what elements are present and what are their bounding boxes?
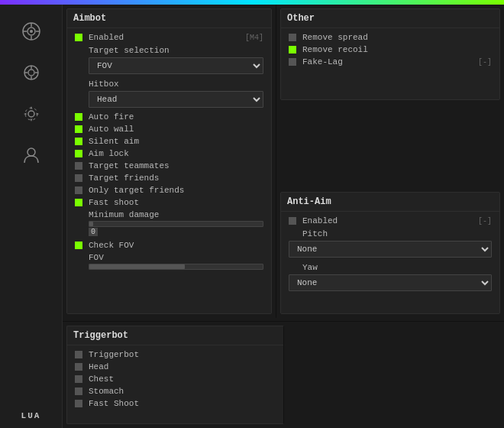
svg-point-13 [28, 111, 34, 117]
fov-track[interactable] [89, 264, 263, 270]
fake-lag-indicator [289, 58, 296, 66]
target-selection-dropdown[interactable]: FOV Distance Health [89, 57, 263, 74]
remove-spread-label: Remove spread [302, 33, 492, 42]
min-damage-container: Minimum damage 0 [89, 210, 263, 236]
triggerbot-stomach-label: Stomach [89, 387, 276, 396]
sidebar-icon-settings[interactable] [8, 95, 54, 133]
target-selection-label: Target selection [72, 44, 267, 56]
min-damage-label: Minimum damage [89, 210, 263, 219]
aimbot-enabled-label: Enabled [89, 33, 245, 42]
only-target-friends-indicator [75, 186, 82, 194]
aimbot-title: Aimbot [67, 9, 271, 28]
auto-fire-row[interactable]: Auto fire [72, 111, 267, 123]
triggerbot-label: Triggerbot [89, 350, 276, 359]
aim-lock-label: Aim lock [89, 149, 263, 158]
remove-recoil-indicator [289, 46, 296, 54]
aimbot-panel: Aimbot Enabled [M4] Target selection FOV [66, 8, 272, 314]
target-friends-row[interactable]: Target friends [72, 172, 267, 184]
aim-lock-row[interactable]: Aim lock [72, 148, 267, 160]
remove-spread-row[interactable]: Remove spread [286, 31, 495, 44]
min-damage-value: 0 [89, 228, 98, 236]
target-teammates-label: Target teammates [89, 161, 263, 170]
antiaim-enabled-row[interactable]: Enabled [-] [286, 215, 495, 227]
target-friends-label: Target friends [89, 173, 263, 183]
svg-point-14 [25, 108, 37, 120]
svg-point-8 [28, 70, 34, 76]
sidebar-icon-visuals[interactable] [8, 54, 54, 92]
bottom-right-spacer [288, 322, 504, 428]
fake-lag-label: Fake-Lag [302, 57, 478, 66]
auto-fire-label: Auto fire [89, 112, 263, 122]
triggerbot-row[interactable]: Triggerbot [72, 349, 279, 361]
fake-lag-row[interactable]: Fake-Lag [-] [286, 56, 495, 68]
fast-shoot-indicator [75, 199, 82, 206]
svg-point-6 [30, 30, 33, 33]
remove-recoil-label: Remove recoil [302, 45, 492, 54]
aim-lock-indicator [75, 150, 82, 157]
target-friends-indicator [75, 174, 82, 182]
sidebar-lua-label: LUA [21, 411, 41, 420]
triggerbot-fastshoot-label: Fast Shoot [89, 399, 276, 408]
silent-aim-row[interactable]: Silent aim [72, 135, 267, 148]
yaw-label: Yaw [286, 261, 495, 273]
triggerbot-head-row[interactable]: Head [72, 361, 279, 373]
triggerbot-stomach-indicator [75, 387, 82, 395]
min-damage-track[interactable] [89, 221, 263, 227]
fov-fill [89, 264, 185, 269]
antiaim-title: Anti-Aim [281, 193, 499, 212]
triggerbot-stomach-row[interactable]: Stomach [72, 385, 279, 397]
aimbot-enabled-key: [M4] [245, 34, 263, 42]
auto-wall-label: Auto wall [89, 125, 263, 134]
main-content: Aimbot Enabled [M4] Target selection FOV [63, 5, 504, 428]
auto-wall-row[interactable]: Auto wall [72, 123, 267, 135]
target-teammates-row[interactable]: Target teammates [72, 160, 267, 172]
silent-aim-indicator [75, 138, 82, 145]
aimbot-enabled-indicator [75, 34, 82, 41]
fake-lag-key: [-] [478, 58, 492, 66]
triggerbot-title: Triggerbot [67, 326, 283, 345]
triggerbot-panel: Triggerbot Triggerbot Head Chest [66, 326, 284, 424]
antiaim-enabled-indicator [289, 217, 296, 225]
check-fov-label: Check FOV [89, 241, 263, 250]
remove-recoil-row[interactable]: Remove recoil [286, 44, 495, 56]
triggerbot-fastshoot-indicator [75, 400, 82, 407]
check-fov-indicator [75, 242, 82, 249]
fast-shoot-row[interactable]: Fast shoot [72, 196, 267, 209]
sidebar: LUA [0, 5, 63, 428]
bottom-row: Triggerbot Triggerbot Head Chest [63, 321, 504, 428]
triggerbot-indicator [75, 351, 82, 358]
other-panel: Other Remove spread Remove recoil Fak [280, 8, 500, 100]
antiaim-panel: Anti-Aim Enabled [-] Pitch None Down Up [280, 192, 500, 314]
pitch-dropdown[interactable]: None Down Up [289, 241, 492, 258]
remove-spread-indicator [289, 34, 296, 41]
hitbox-label: Hitbox [72, 77, 267, 89]
svg-point-15 [27, 148, 35, 156]
auto-fire-indicator [75, 113, 82, 121]
aimbot-enabled-row[interactable]: Enabled [M4] [72, 31, 267, 44]
sidebar-icon-aimbot[interactable] [8, 12, 54, 50]
check-fov-row[interactable]: Check FOV [72, 239, 267, 251]
fov-container: FOV [89, 253, 263, 270]
auto-wall-indicator [75, 125, 82, 133]
pitch-label: Pitch [286, 227, 495, 239]
target-teammates-indicator [75, 162, 82, 170]
triggerbot-chest-row[interactable]: Chest [72, 373, 279, 385]
silent-aim-label: Silent aim [89, 137, 263, 146]
triggerbot-head-indicator [75, 363, 82, 371]
triggerbot-head-label: Head [89, 362, 276, 371]
triggerbot-chest-indicator [75, 375, 82, 383]
triggerbot-chest-label: Chest [89, 374, 276, 384]
sidebar-icon-player[interactable] [8, 136, 54, 174]
fov-label: FOV [89, 253, 263, 262]
triggerbot-fastshoot-row[interactable]: Fast Shoot [72, 397, 279, 410]
only-target-friends-row[interactable]: Only target friends [72, 184, 267, 196]
only-target-friends-label: Only target friends [89, 186, 263, 195]
other-title: Other [281, 9, 499, 28]
min-damage-fill [89, 222, 93, 226]
antiaim-enabled-label: Enabled [302, 216, 478, 225]
antiaim-enabled-key: [-] [478, 217, 492, 225]
hitbox-dropdown[interactable]: Head Chest Stomach [89, 91, 263, 108]
yaw-dropdown[interactable]: None Spin Jitter [289, 274, 492, 291]
fast-shoot-label: Fast shoot [89, 198, 263, 207]
